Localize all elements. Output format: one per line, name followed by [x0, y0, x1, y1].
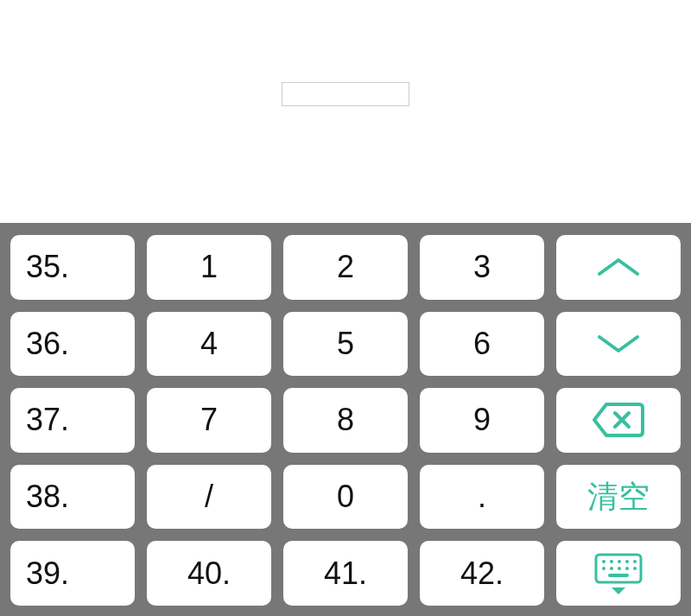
- key-label: 40.: [187, 556, 231, 592]
- key-digit-3[interactable]: 3: [420, 235, 544, 300]
- key-digit-1[interactable]: 1: [147, 235, 271, 300]
- key-num-37[interactable]: 37.: [10, 388, 135, 453]
- key-action-up[interactable]: [556, 235, 681, 300]
- key-label: 35.: [26, 249, 69, 285]
- key-digit-5[interactable]: 5: [283, 312, 408, 377]
- key-label: 39.: [26, 556, 69, 592]
- key-num-40[interactable]: 40.: [147, 541, 271, 606]
- svg-point-4: [610, 560, 613, 563]
- svg-point-10: [618, 567, 621, 570]
- chevron-up-icon: [594, 255, 643, 279]
- key-label: 8: [337, 402, 354, 438]
- key-label: 37.: [26, 402, 69, 438]
- key-digit-4[interactable]: 4: [147, 312, 271, 377]
- keyboard-dismiss-icon: [593, 551, 644, 596]
- key-num-42[interactable]: 42.: [420, 541, 544, 606]
- key-label: 5: [337, 326, 354, 362]
- key-digit-0[interactable]: 0: [283, 465, 408, 530]
- key-label: 0: [337, 479, 354, 515]
- svg-point-12: [633, 567, 637, 570]
- svg-point-8: [602, 567, 605, 570]
- key-label: 42.: [460, 556, 504, 592]
- key-action-dismiss[interactable]: [556, 541, 681, 606]
- svg-rect-13: [608, 574, 629, 577]
- value-input[interactable]: [282, 82, 409, 106]
- key-action-down[interactable]: [556, 312, 681, 377]
- svg-point-6: [625, 560, 629, 563]
- key-digit-7[interactable]: 7: [147, 388, 271, 453]
- key-label: 4: [200, 326, 218, 362]
- key-label: 清空: [587, 476, 650, 518]
- svg-marker-14: [612, 587, 625, 594]
- key-num-36[interactable]: 36.: [10, 312, 135, 377]
- top-area: [0, 0, 691, 223]
- key-num-41[interactable]: 41.: [283, 541, 408, 606]
- key-digit-6[interactable]: 6: [420, 312, 544, 377]
- chevron-down-icon: [594, 332, 643, 356]
- key-label: 7: [200, 402, 218, 438]
- key-slash[interactable]: /: [147, 465, 271, 530]
- backspace-icon: [591, 401, 646, 439]
- key-digit-9[interactable]: 9: [420, 388, 544, 453]
- svg-point-11: [625, 567, 629, 570]
- key-dot[interactable]: .: [420, 465, 544, 530]
- key-label: 2: [337, 249, 354, 285]
- key-label: 41.: [324, 556, 367, 592]
- key-label: 1: [200, 249, 218, 285]
- key-label: 3: [473, 249, 491, 285]
- key-label: 6: [473, 326, 491, 362]
- key-label: 9: [473, 402, 491, 438]
- key-label: 36.: [26, 326, 69, 362]
- svg-point-7: [633, 560, 637, 563]
- svg-point-5: [618, 560, 621, 563]
- key-digit-8[interactable]: 8: [283, 388, 408, 453]
- key-label: /: [205, 479, 213, 515]
- key-label: .: [478, 479, 486, 515]
- numeric-keyboard: 35.12336.45637.78938./0.清空39.40.41.42.: [0, 223, 691, 616]
- svg-point-9: [610, 567, 613, 570]
- key-label: 38.: [26, 479, 69, 515]
- svg-point-3: [602, 560, 605, 563]
- key-num-38[interactable]: 38.: [10, 465, 135, 530]
- key-num-39[interactable]: 39.: [10, 541, 135, 606]
- key-action-clear[interactable]: 清空: [556, 465, 681, 530]
- key-num-35[interactable]: 35.: [10, 235, 135, 300]
- key-digit-2[interactable]: 2: [283, 235, 408, 300]
- key-action-backspace[interactable]: [556, 388, 681, 453]
